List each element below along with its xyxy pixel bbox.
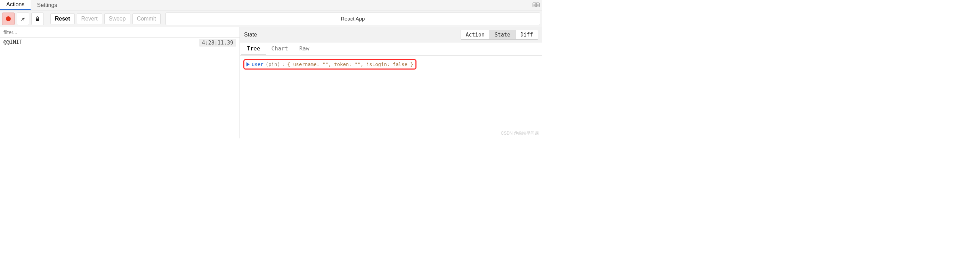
state-colon: : [282,62,285,67]
reset-button[interactable]: Reset [51,13,75,24]
top-tabs: Actions Settings [0,0,542,10]
filter-input[interactable] [0,27,240,38]
state-key: user [252,62,264,67]
commit-button[interactable]: Commit [132,13,161,24]
svg-rect-8 [36,18,39,21]
action-pane: @@INIT 4:28:11.39 [0,27,240,139]
expand-arrow-icon[interactable] [247,62,250,66]
watermark: CSDN @前端早间课 [501,131,539,136]
mode-tab-state[interactable]: State [490,30,515,39]
inspector-pane: State Action State Diff Tree Chart Raw u… [240,27,542,139]
mode-tabgroup: Action State Diff [461,30,538,40]
action-time: 4:28:11.39 [199,39,236,46]
view-tab-tree[interactable]: Tree [241,42,266,55]
lock-icon [35,16,40,22]
revert-button[interactable]: Revert [77,13,102,24]
tab-actions[interactable]: Actions [0,0,30,10]
toolbar: Reset Revert Sweep Commit React App [0,10,542,27]
state-node-user[interactable]: user (pin): { username: "", token: "", i… [243,59,417,70]
sweep-button[interactable]: Sweep [104,13,130,24]
pin-icon [20,16,26,22]
state-value: { username: "", token: "", isLogin: fals… [287,62,413,67]
record-icon [6,16,11,21]
pin-button[interactable] [17,13,29,25]
state-tree: user (pin): { username: "", token: "", i… [240,56,542,73]
mode-tab-action[interactable]: Action [461,30,490,39]
reader-mode-icon[interactable] [533,2,539,8]
inspector-header: State Action State Diff [240,27,542,42]
state-pin-label: (pin) [266,62,280,67]
action-list: @@INIT 4:28:11.39 [0,38,240,139]
action-row[interactable]: @@INIT 4:28:11.39 [0,38,240,48]
record-button[interactable] [2,13,14,25]
inspector-title: State [244,32,461,38]
view-tab-chart[interactable]: Chart [266,42,294,55]
view-subtabs: Tree Chart Raw [240,42,542,56]
tab-settings[interactable]: Settings [30,0,63,10]
action-name: @@INIT [3,39,22,46]
view-tab-raw[interactable]: Raw [294,42,315,55]
app-selector[interactable]: React App [165,13,540,25]
mode-tab-diff[interactable]: Diff [515,30,538,39]
lock-button[interactable] [31,13,44,25]
toolbar-divider [48,13,48,24]
